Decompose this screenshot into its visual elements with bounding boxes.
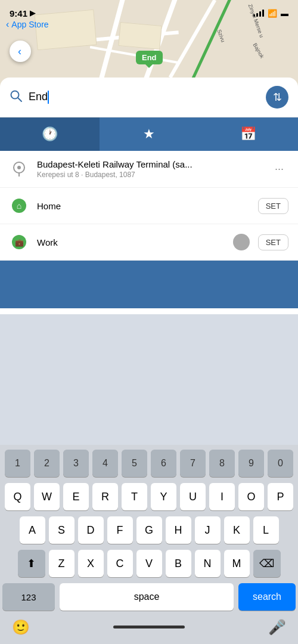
map-label-3: Bajnok — [252, 42, 265, 60]
list-item[interactable]: Budapest-Keleti Railway Terminal (sa... … — [0, 151, 298, 188]
key-a[interactable]: A — [20, 516, 45, 544]
home-set-button[interactable]: SET — [258, 198, 288, 214]
keyboard-qwerty-row: Q W E R T Y U I O P — [2, 483, 296, 510]
key-v[interactable]: V — [136, 550, 162, 577]
key-o[interactable]: O — [238, 483, 264, 510]
key-e[interactable]: E — [63, 483, 89, 510]
key-c[interactable]: C — [107, 550, 133, 577]
key-t[interactable]: T — [122, 483, 147, 510]
key-6[interactable]: 6 — [151, 450, 176, 477]
key-u[interactable]: U — [180, 483, 206, 510]
swap-icon: ⇅ — [273, 91, 282, 104]
search-bar: End ⇅ — [0, 78, 298, 117]
swap-button[interactable]: ⇅ — [266, 86, 288, 109]
blue-fill-area — [0, 261, 298, 308]
search-panel: End ⇅ 🕐 ★ 📅 Budape — [0, 78, 298, 314]
map-label-1: Szivu — [216, 29, 226, 43]
search-icon — [10, 89, 23, 105]
work-label: Work — [37, 237, 225, 247]
signal-icon — [253, 10, 264, 17]
svg-text:⌂: ⌂ — [17, 201, 21, 210]
key-n[interactable]: N — [195, 550, 221, 577]
svg-point-3 — [17, 166, 21, 169]
key-7[interactable]: 7 — [180, 450, 206, 477]
key-3[interactable]: 3 — [63, 450, 89, 477]
back-icon: ‹ — [18, 45, 21, 58]
list-item[interactable]: 💼 Work SET — [0, 224, 298, 261]
wifi-icon: 📶 — [268, 9, 277, 18]
key-i[interactable]: I — [209, 483, 235, 510]
keyboard-bottom-row: 123 space search — [2, 583, 296, 611]
end-marker: End — [136, 51, 163, 64]
key-p[interactable]: P — [268, 483, 293, 510]
calendar-icon: 📅 — [240, 126, 256, 142]
back-chevron-icon: ‹ — [6, 19, 9, 30]
key-l[interactable]: L — [253, 516, 279, 544]
location-info: Budapest-Keleti Railway Terminal (sa... … — [37, 159, 262, 179]
battery-icon: ▬ — [281, 9, 288, 18]
home-label: Home — [37, 201, 250, 211]
key-9[interactable]: 9 — [238, 450, 264, 477]
key-b[interactable]: B — [166, 550, 191, 577]
key-0[interactable]: 0 — [268, 450, 293, 477]
tab-calendar[interactable]: 📅 — [198, 117, 298, 151]
key-j[interactable]: J — [195, 516, 221, 544]
key-w[interactable]: W — [34, 483, 60, 510]
location-list: Budapest-Keleti Railway Terminal (sa... … — [0, 151, 298, 261]
tab-favorites[interactable]: ★ — [100, 117, 199, 151]
key-x[interactable]: X — [78, 550, 104, 577]
svg-line-1 — [18, 98, 21, 101]
key-r[interactable]: R — [92, 483, 118, 510]
keyboard-zxcv-row: ⬆ Z X C V B N M ⌫ — [2, 550, 296, 577]
space-key[interactable]: space — [60, 583, 234, 611]
location-address: Kerepesi ut 8 · Budapest, 1087 — [37, 171, 262, 179]
key-y[interactable]: Y — [151, 483, 176, 510]
status-icons: 📶 ▬ — [253, 9, 288, 18]
svg-text:💼: 💼 — [15, 238, 24, 247]
list-item[interactable]: ⌂ Home SET — [0, 188, 298, 224]
filter-tabs: 🕐 ★ 📅 — [0, 117, 298, 151]
clock-icon: 🕐 — [42, 126, 58, 142]
key-k[interactable]: K — [224, 516, 250, 544]
microphone-key[interactable]: 🎤 — [261, 619, 293, 636]
key-g[interactable]: G — [136, 516, 162, 544]
key-m[interactable]: M — [224, 550, 250, 577]
map-back-button[interactable]: ‹ — [10, 41, 31, 62]
input-text: End — [29, 91, 48, 103]
work-set-button[interactable]: SET — [258, 234, 288, 250]
key-q[interactable]: Q — [5, 483, 30, 510]
location-info: Home — [37, 201, 250, 211]
key-s[interactable]: S — [49, 516, 74, 544]
key-4[interactable]: 4 — [92, 450, 118, 477]
search-key[interactable]: search — [238, 583, 296, 611]
key-5[interactable]: 5 — [122, 450, 147, 477]
num123-key[interactable]: 123 — [2, 583, 55, 611]
destination-input[interactable]: End — [29, 91, 260, 104]
key-2[interactable]: 2 — [34, 450, 60, 477]
key-8[interactable]: 8 — [209, 450, 235, 477]
location-info: Work — [37, 237, 225, 247]
home-icon: ⌂ — [10, 196, 29, 215]
key-d[interactable]: D — [78, 516, 104, 544]
keyboard-extras-row: 🙂 🎤 — [2, 613, 296, 642]
work-icon: 💼 — [10, 233, 29, 252]
home-indicator — [113, 626, 185, 628]
star-icon: ★ — [143, 126, 155, 142]
app-store-label: App Store — [11, 20, 48, 29]
key-z[interactable]: Z — [49, 550, 74, 577]
app-store-back[interactable]: ‹ App Store — [0, 17, 55, 32]
work-status-dot — [233, 234, 250, 250]
delete-key[interactable]: ⌫ — [253, 550, 281, 577]
key-h[interactable]: H — [166, 516, 191, 544]
location-name: Budapest-Keleti Railway Terminal (sa... — [37, 159, 262, 169]
end-bubble-label: End — [136, 51, 163, 64]
keyboard-number-row: 1 2 3 4 5 6 7 8 9 0 — [2, 450, 296, 477]
key-f[interactable]: F — [107, 516, 133, 544]
cursor — [48, 91, 49, 104]
key-1[interactable]: 1 — [5, 450, 30, 477]
more-options-button[interactable]: ··· — [270, 160, 288, 178]
shift-key[interactable]: ⬆ — [18, 550, 45, 577]
tab-recent[interactable]: 🕐 — [0, 117, 100, 151]
emoji-key[interactable]: 🙂 — [5, 619, 37, 636]
keyboard: 1 2 3 4 5 6 7 8 9 0 Q W E R T Y U I O P … — [0, 445, 298, 644]
